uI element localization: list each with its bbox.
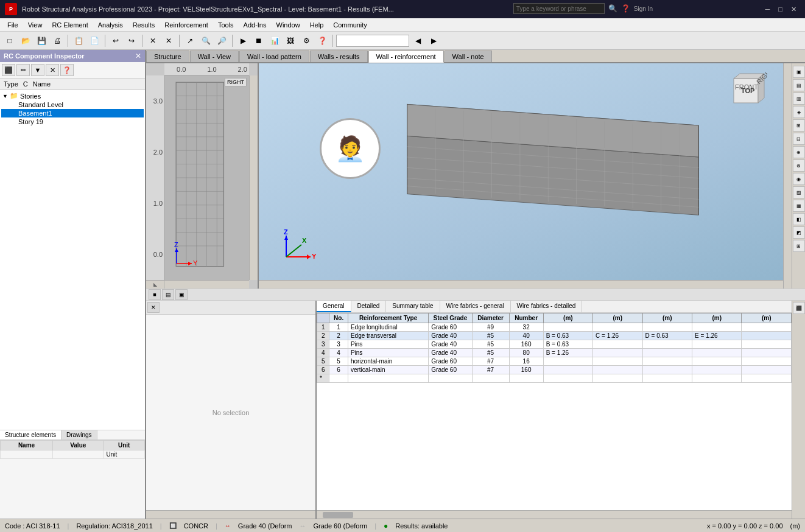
status-material-icon: 🔲 xyxy=(169,522,177,529)
toolbar-redo[interactable]: ↪ xyxy=(124,33,139,48)
bottom-tab-general[interactable]: General xyxy=(317,301,351,312)
tab-walls-results[interactable]: Walls - results xyxy=(310,51,368,62)
rpanel-btn-8[interactable]: ⊗ xyxy=(793,159,805,172)
wall-sketch-area[interactable]: RIGHT xyxy=(164,75,249,280)
rsp-btn-1[interactable]: ⬛ xyxy=(793,302,805,314)
close-btn[interactable]: ✕ xyxy=(787,5,800,13)
toolbar-select[interactable]: ↗ xyxy=(183,33,197,48)
rpanel-btn-9[interactable]: ◉ xyxy=(793,173,805,185)
left-vp-vscroll[interactable] xyxy=(249,75,258,280)
signin-link[interactable]: Sign In xyxy=(634,5,653,12)
table-cell-empty xyxy=(472,374,509,383)
rpanel-btn-10[interactable]: ▨ xyxy=(793,186,805,198)
svg-text:FRONT: FRONT xyxy=(735,83,758,91)
tree-standard-level[interactable]: Standard Level xyxy=(1,100,144,109)
bottom-tab-wire-detailed[interactable]: Wire fabrics - detailed xyxy=(511,301,583,312)
bl-btn-1[interactable]: ✕ xyxy=(147,302,160,313)
menu-item-help[interactable]: Help xyxy=(305,20,329,30)
vp-ctrl-2[interactable]: ▤ xyxy=(162,289,174,300)
menu-item-addins[interactable]: Add-Ins xyxy=(239,20,272,30)
toolbar-open[interactable]: 📂 xyxy=(18,33,33,48)
tab-wall-note[interactable]: Wall - note xyxy=(445,51,492,62)
table-cell: E = 1.26 xyxy=(692,332,742,340)
toolbar-copy[interactable]: 📋 xyxy=(71,33,86,48)
tab-wall-reinforcement[interactable]: Wall - reinforcement xyxy=(368,51,444,63)
table-cell: C = 1.26 xyxy=(593,332,642,340)
rpanel-btn-14[interactable]: ⊞ xyxy=(793,240,805,252)
rpanel-btn-11[interactable]: ▦ xyxy=(793,200,805,212)
menu-item-file[interactable]: File xyxy=(2,20,23,30)
bottom-tab-detailed[interactable]: Detailed xyxy=(351,301,387,312)
app-logo: P xyxy=(5,3,17,15)
menu-item-reinforcement[interactable]: Reinforcement xyxy=(160,20,213,30)
rpanel-btn-5[interactable]: ⊞ xyxy=(793,119,805,131)
insp-btn-help[interactable]: ❓ xyxy=(60,64,74,76)
insp-btn-view[interactable]: ⬛ xyxy=(2,64,15,76)
insp-btn-delete[interactable]: ✕ xyxy=(46,64,59,76)
toolbar-settings[interactable]: ⚙ xyxy=(299,33,314,48)
table-row: 44PinsGrade 40#580B = 1.26 xyxy=(317,349,792,357)
vp-ctrl-3[interactable]: ▣ xyxy=(175,289,188,300)
rpanel-btn-6[interactable]: ⊟ xyxy=(793,133,805,145)
menu-item-results[interactable]: Results xyxy=(128,20,160,30)
rpanel-btn-7[interactable]: ⊕ xyxy=(793,146,805,158)
toolbar-print[interactable]: 🖨 xyxy=(50,33,65,48)
toolbar-results[interactable]: 📊 xyxy=(267,33,282,48)
table-cell: 16 xyxy=(509,357,543,366)
toolbar-undo[interactable]: ↩ xyxy=(108,33,123,48)
th-m2: (m) xyxy=(593,313,642,323)
menu-item-community[interactable]: Community xyxy=(328,20,372,30)
menu-item-view[interactable]: View xyxy=(23,20,47,30)
rpanel-btn-1[interactable]: ▣ xyxy=(793,66,805,78)
inspector-close-btn[interactable]: ✕ xyxy=(135,52,141,60)
main-vp-vscroll[interactable] xyxy=(783,63,792,289)
rpanel-btn-13[interactable]: ◩ xyxy=(793,226,805,239)
bottom-tab-summary[interactable]: Summary table xyxy=(386,301,440,312)
minimize-btn[interactable]: ─ xyxy=(762,5,774,13)
toolbar-delete[interactable]: ✕ xyxy=(146,33,160,48)
tree-stories-root[interactable]: ▼ 📁 Stories xyxy=(1,91,144,100)
table-hscroll[interactable] xyxy=(317,510,792,519)
toolbar-paste[interactable]: 📄 xyxy=(87,33,102,48)
toolbar-search-prev[interactable]: ◀ xyxy=(410,33,425,48)
rpanel-btn-3[interactable]: ▥ xyxy=(793,93,805,105)
tab-structure-elements[interactable]: Structure elements xyxy=(0,430,62,439)
vp-ctrl-1[interactable]: ■ xyxy=(149,289,161,300)
rpanel-btn-4[interactable]: ◈ xyxy=(793,106,805,118)
insp-btn-edit[interactable]: ✏ xyxy=(16,64,30,76)
toolbar-stop[interactable]: ⏹ xyxy=(251,33,266,48)
toolbar-search-next[interactable]: ▶ xyxy=(426,33,441,48)
insp-btn-filter[interactable]: ▼ xyxy=(31,64,44,76)
tab-wall-view[interactable]: Wall - View xyxy=(190,51,239,62)
rpanel-btn-2[interactable]: ▤ xyxy=(793,79,805,91)
main-viewport[interactable]: TOP FRONT RIGHT xyxy=(259,63,792,289)
toolbar-3d[interactable]: 🖼 xyxy=(283,33,298,48)
tab-drawings[interactable]: Drawings xyxy=(62,430,97,439)
table-cell xyxy=(543,323,592,332)
tab-wall-load-pattern[interactable]: Wall - load pattern xyxy=(239,51,309,62)
bl-hscroll[interactable] xyxy=(146,510,315,519)
tree-basement1[interactable]: Basement1 xyxy=(1,109,144,117)
right-label: RIGHT xyxy=(225,78,247,86)
menu-item-analysis[interactable]: Analysis xyxy=(93,20,128,30)
rpanel-btn-12[interactable]: ◧ xyxy=(793,213,805,225)
toolbar-search-input[interactable] xyxy=(336,35,409,47)
toolbar-help[interactable]: ❓ xyxy=(315,33,329,48)
toolbar-save[interactable]: 💾 xyxy=(34,33,49,48)
toolbar-zoom-out[interactable]: 🔎 xyxy=(214,33,229,48)
bottom-tab-wire-general[interactable]: Wire fabrics - general xyxy=(440,301,511,312)
menu-item-rcelement[interactable]: RC Element xyxy=(47,20,93,30)
menu-item-tools[interactable]: Tools xyxy=(213,20,239,30)
toolbar-delete2[interactable]: ✕ xyxy=(161,33,176,48)
tab-structure[interactable]: Structure xyxy=(146,51,189,62)
toolbar-zoom-in[interactable]: 🔍 xyxy=(199,33,213,48)
menu-item-window[interactable]: Window xyxy=(272,20,305,30)
table-cell xyxy=(742,357,792,366)
toolbar-run[interactable]: ▶ xyxy=(236,33,250,48)
title-search-input[interactable] xyxy=(513,3,605,14)
maximize-btn[interactable]: □ xyxy=(775,5,786,13)
left-vp-hscroll[interactable] xyxy=(164,280,249,289)
tree-story19[interactable]: Story 19 xyxy=(1,117,144,126)
main-vp-hscroll[interactable] xyxy=(259,280,783,289)
toolbar-new[interactable]: □ xyxy=(2,33,17,48)
